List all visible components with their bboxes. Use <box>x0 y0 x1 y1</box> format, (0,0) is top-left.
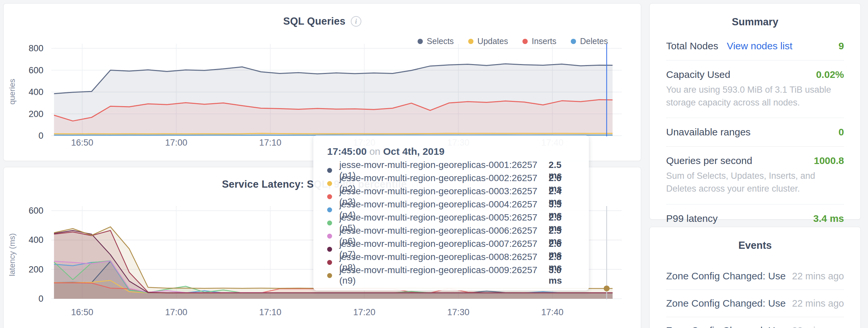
capacity-used-value: 0.02% <box>816 69 844 80</box>
svg-text:17:10: 17:10 <box>259 138 281 147</box>
node-name: jesse-movr-multi-region-georeplicas-0009… <box>339 265 539 286</box>
summary-capacity-used: Capacity Used 0.02% You are using 593.0 … <box>666 60 844 118</box>
svg-text:17:40: 17:40 <box>541 307 563 317</box>
node-color-dot-icon <box>327 247 332 252</box>
node-color-dot-icon <box>327 273 332 278</box>
summary-title: Summary <box>650 4 861 28</box>
svg-text:600: 600 <box>29 206 43 216</box>
svg-text:17:00: 17:00 <box>165 307 187 317</box>
summary-queries-per-second: Queries per second 1000.8 Sum of Selects… <box>666 146 844 204</box>
node-color-dot-icon <box>327 207 332 212</box>
node-color-dot-icon <box>327 194 332 199</box>
qps-value: 1000.8 <box>814 155 844 166</box>
svg-text:17:20: 17:20 <box>353 307 375 317</box>
svg-text:0: 0 <box>38 294 43 304</box>
events-title: Events <box>650 227 861 252</box>
capacity-used-description: You are using 593.0 MiB of 3.1 TiB usabl… <box>666 84 844 109</box>
events-panel: Events Zone Config Changed: User… 22 min… <box>649 227 861 328</box>
p99-latency-value: 3.4 ms <box>813 213 844 224</box>
svg-text:17:10: 17:10 <box>259 307 281 317</box>
node-color-dot-icon <box>327 260 332 265</box>
qps-description: Sum of Selects, Updates, Inserts, and De… <box>666 170 844 195</box>
unavailable-ranges-value: 0 <box>838 127 844 138</box>
svg-text:latency (ms): latency (ms) <box>7 233 17 276</box>
chart-hover-tooltip: 17:45:00 on Oct 4th, 2019 jesse-movr-mul… <box>313 135 589 291</box>
svg-text:800: 800 <box>29 43 43 53</box>
event-row[interactable]: Zone Config Changed: User… 22 mins ago <box>666 290 844 317</box>
summary-unavailable-ranges: Unavailable ranges 0 <box>666 118 844 146</box>
view-nodes-list-link[interactable]: View nodes list <box>726 40 793 52</box>
node-color-dot-icon <box>327 168 332 173</box>
svg-text:16:50: 16:50 <box>71 307 93 317</box>
svg-text:200: 200 <box>29 109 43 119</box>
svg-text:queries: queries <box>7 79 17 105</box>
svg-text:16:50: 16:50 <box>71 138 93 147</box>
node-color-dot-icon <box>327 234 332 239</box>
summary-total-nodes: Total Nodes View nodes list 9 <box>666 40 844 60</box>
cluster-overview-page: { "sql_panel": { "title": "SQL Queries",… <box>0 0 868 328</box>
svg-text:600: 600 <box>29 65 43 75</box>
summary-panel: Summary Total Nodes View nodes list 9 Ca… <box>649 3 861 220</box>
svg-text:17:00: 17:00 <box>165 138 187 147</box>
event-row[interactable]: Zone Config Changed: User… 22 mins ago <box>666 263 844 290</box>
svg-text:200: 200 <box>29 265 43 274</box>
hover-point-marker <box>603 286 610 292</box>
svg-text:0: 0 <box>38 131 43 141</box>
tooltip-node-row: jesse-movr-multi-region-georeplicas-0009… <box>327 269 575 282</box>
svg-text:17:30: 17:30 <box>447 307 469 317</box>
event-row[interactable]: Zone Config Changed: User… 22 mins ago <box>666 317 844 328</box>
node-color-dot-icon <box>327 221 332 226</box>
svg-text:400: 400 <box>29 87 43 97</box>
node-latency-value: 3.0 ms <box>549 265 575 286</box>
node-color-dot-icon <box>327 181 332 186</box>
tooltip-timestamp: 17:45:00 on Oct 4th, 2019 <box>327 146 575 157</box>
total-nodes-value: 9 <box>838 40 844 52</box>
svg-text:400: 400 <box>29 235 43 245</box>
